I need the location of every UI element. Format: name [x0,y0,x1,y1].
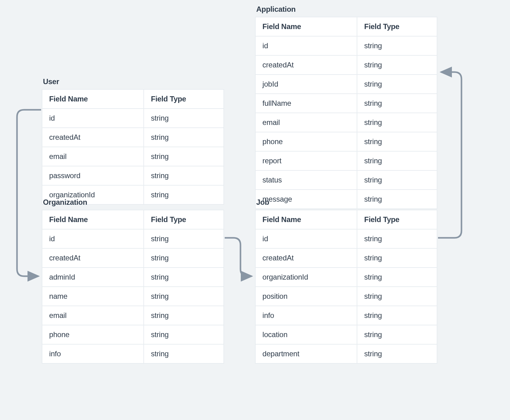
table-row: emailstring [42,306,224,325]
table-row: emailstring [42,147,224,166]
field-name-cell: createdAt [255,55,357,75]
field-name-cell: position [255,287,357,306]
field-type-cell: string [144,306,224,325]
table-header-row: Field Name Field Type [42,89,224,109]
table-row: positionstring [255,287,437,306]
entity-table: Field Name Field Type idstringcreatedAts… [255,17,437,209]
col-header-name: Field Name [42,210,144,229]
col-header-type: Field Type [144,210,224,229]
arrow-organization-to-job [225,238,252,276]
field-type-cell: string [357,268,437,287]
field-name-cell: organizationId [255,268,357,287]
table-row: emailstring [255,113,437,132]
field-name-cell: department [255,344,357,363]
table-header-row: Field Name Field Type [42,210,224,229]
field-name-cell: info [42,344,144,363]
field-type-cell: string [357,287,437,306]
entity-table: Field Name Field Type idstringcreatedAts… [42,210,224,364]
field-name-cell: password [42,166,144,185]
field-type-cell: string [144,287,224,306]
entity-table: Field Name Field Type idstringcreatedAts… [255,210,437,364]
field-type-cell: string [144,344,224,363]
field-type-cell: string [357,55,437,75]
entity-application: Application Field Name Field Type idstri… [255,5,437,209]
col-header-type: Field Type [357,210,437,229]
field-name-cell: location [255,325,357,344]
table-row: organizationIdstring [255,268,437,287]
table-row: locationstring [255,325,437,344]
table-row: createdAtstring [255,55,437,75]
field-name-cell: adminId [42,268,144,287]
entity-title: Job [256,198,437,207]
field-type-cell: string [357,306,437,325]
col-header-type: Field Type [144,89,224,109]
field-type-cell: string [144,109,224,128]
field-type-cell: string [144,128,224,147]
field-type-cell: string [144,325,224,344]
field-type-cell: string [357,94,437,113]
field-name-cell: email [42,147,144,166]
table-row: adminIdstring [42,268,224,287]
entity-user: User Field Name Field Type idstringcreat… [42,77,224,205]
table-row: namestring [42,287,224,306]
field-name-cell: info [255,306,357,325]
table-row: jobIdstring [255,75,437,94]
table-row: createdAtstring [42,248,224,268]
col-header-type: Field Type [357,17,437,36]
field-type-cell: string [144,147,224,166]
field-type-cell: string [357,325,437,344]
entity-job: Job Field Name Field Type idstringcreate… [255,198,437,364]
entity-title: User [43,77,224,86]
table-row: departmentstring [255,344,437,363]
field-type-cell: string [357,75,437,94]
col-header-name: Field Name [255,210,357,229]
field-type-cell: string [357,170,437,190]
table-header-row: Field Name Field Type [255,17,437,36]
field-type-cell: string [357,344,437,363]
field-name-cell: status [255,170,357,190]
field-type-cell: string [144,166,224,185]
table-row: idstring [255,36,437,55]
table-row: infostring [255,306,437,325]
field-name-cell: id [255,36,357,55]
arrow-job-to-application [438,72,461,238]
table-row: idstring [42,109,224,128]
entity-title: Application [256,5,437,14]
table-header-row: Field Name Field Type [255,210,437,229]
field-type-cell: string [357,132,437,151]
field-name-cell: name [42,287,144,306]
table-row: fullNamestring [255,94,437,113]
field-name-cell: jobId [255,75,357,94]
field-name-cell: createdAt [42,248,144,268]
table-row: idstring [255,229,437,248]
entity-table: Field Name Field Type idstringcreatedAts… [42,89,224,205]
field-name-cell: email [42,306,144,325]
table-row: reportstring [255,151,437,170]
field-type-cell: string [144,248,224,268]
field-type-cell: string [357,229,437,248]
arrow-user-to-organization [17,110,41,276]
field-name-cell: id [42,109,144,128]
field-name-cell: createdAt [255,248,357,268]
table-row: passwordstring [42,166,224,185]
table-row: statusstring [255,170,437,190]
field-name-cell: report [255,151,357,170]
field-type-cell: string [357,248,437,268]
field-name-cell: email [255,113,357,132]
col-header-name: Field Name [255,17,357,36]
field-type-cell: string [144,229,224,248]
field-type-cell: string [357,36,437,55]
field-name-cell: createdAt [42,128,144,147]
field-name-cell: phone [255,132,357,151]
entity-organization: Organization Field Name Field Type idstr… [42,198,224,364]
field-name-cell: phone [42,325,144,344]
field-type-cell: string [357,113,437,132]
entity-title: Organization [43,198,224,207]
table-row: createdAtstring [255,248,437,268]
field-name-cell: id [255,229,357,248]
field-type-cell: string [144,268,224,287]
field-name-cell: fullName [255,94,357,113]
field-name-cell: id [42,229,144,248]
col-header-name: Field Name [42,89,144,109]
table-row: createdAtstring [42,128,224,147]
